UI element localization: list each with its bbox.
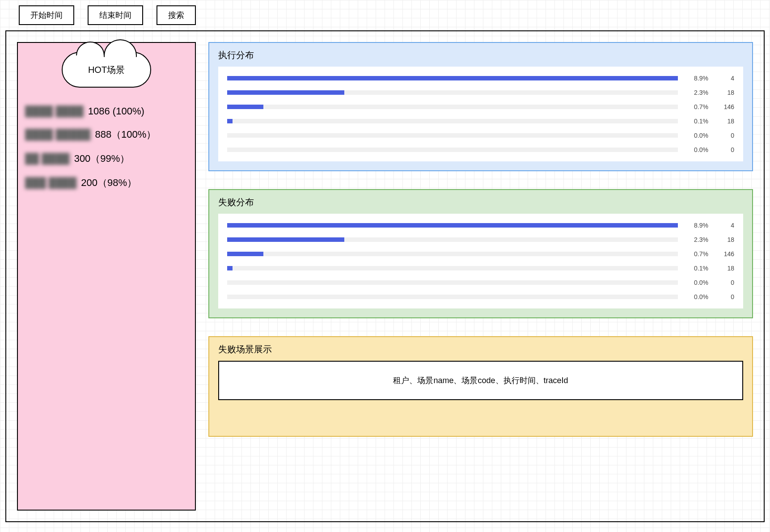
bar-track [227,105,678,109]
toolbar: 开始时间 结束时间 搜索 [5,5,765,30]
bar-count: 18 [716,89,734,96]
hot-scene-name: ████ █████ [25,129,90,140]
bar-row: 8.9%4 [227,220,734,231]
hot-scene-value: 888（100%） [95,128,156,141]
bar-track [227,148,678,152]
bar-percent: 0.0% [686,279,708,286]
hot-scene-item[interactable]: ████ █████888（100%） [25,128,188,141]
bar-track [227,76,678,80]
bar-count: 0 [716,279,734,286]
bar-row: 0.0%0 [227,277,734,288]
hot-scene-item[interactable]: ████ ████1086 (100%) [25,106,188,117]
main-frame: HOT场景 ████ ████1086 (100%)████ █████888（… [5,30,765,522]
execution-panel-title: 执行分布 [218,49,743,61]
bar-row: 0.0%0 [227,144,734,155]
bar-count: 18 [716,265,734,272]
bar-row: 2.3%18 [227,87,734,98]
hot-scene-name: ████ ████ [25,106,84,117]
bar-track [227,237,678,242]
bar-track [227,266,678,270]
bar-row: 0.7%146 [227,101,734,112]
bar-row: 8.9%4 [227,73,734,84]
failure-scene-panel: 失败场景展示 租户、场景name、场景code、执行时间、traceId [208,336,753,437]
bar-count: 0 [716,132,734,139]
bar-track [227,295,678,299]
bar-count: 4 [716,222,734,229]
bar-percent: 0.1% [686,265,708,272]
hot-scene-value: 200（98%） [81,176,137,190]
failure-distribution-panel: 失败分布 8.9%42.3%180.7%1460.1%180.0%00.0%0 [208,189,753,318]
hot-scene-name: ███ ████ [25,177,76,189]
bar-fill [227,237,344,242]
bar-row: 0.7%146 [227,249,734,259]
bar-percent: 0.7% [686,103,708,110]
bar-row: 0.1%18 [227,116,734,127]
hot-scene-value: 1086 (100%) [88,106,144,117]
hot-scene-item[interactable]: ██ ████300（99%） [25,152,188,165]
bar-fill [227,252,263,256]
hot-scene-item[interactable]: ███ ████200（98%） [25,176,188,190]
hot-scene-value: 300（99%） [74,152,130,165]
bar-percent: 8.9% [686,222,708,229]
bar-row: 0.0%0 [227,130,734,141]
bar-track [227,119,678,123]
right-column: 执行分布 8.9%42.3%180.7%1460.1%180.0%00.0%0 … [208,42,753,511]
bar-track [227,252,678,256]
execution-bars: 8.9%42.3%180.7%1460.1%180.0%00.0%0 [218,67,743,161]
bar-percent: 2.3% [686,89,708,96]
bar-percent: 0.7% [686,250,708,258]
bar-percent: 2.3% [686,236,708,243]
bar-count: 0 [716,293,734,300]
bar-row: 2.3%18 [227,234,734,245]
bar-track [227,133,678,138]
failure-scene-row: 租户、场景name、场景code、执行时间、traceId [218,361,743,400]
hot-scene-title-cloud: HOT场景 [62,52,151,88]
bar-fill [227,119,233,123]
bar-count: 18 [716,118,734,125]
bar-track [227,90,678,95]
failure-scene-panel-title: 失败场景展示 [218,343,743,355]
failure-panel-title: 失败分布 [218,196,743,208]
search-button[interactable]: 搜索 [157,5,196,25]
bar-track [227,223,678,228]
bar-percent: 0.1% [686,118,708,125]
bar-percent: 0.0% [686,293,708,300]
start-time-button[interactable]: 开始时间 [19,5,74,25]
bar-count: 4 [716,75,734,82]
hot-scene-sidebar: HOT场景 ████ ████1086 (100%)████ █████888（… [17,42,196,511]
bar-fill [227,76,678,80]
bar-count: 146 [716,250,734,258]
bar-fill [227,266,233,270]
bar-count: 18 [716,236,734,243]
bar-fill [227,90,344,95]
bar-percent: 0.0% [686,146,708,153]
bar-count: 0 [716,146,734,153]
bar-row: 0.0%0 [227,291,734,302]
bar-row: 0.1%18 [227,263,734,274]
execution-distribution-panel: 执行分布 8.9%42.3%180.7%1460.1%180.0%00.0%0 [208,42,753,171]
bar-count: 146 [716,103,734,110]
end-time-button[interactable]: 结束时间 [88,5,143,25]
hot-scene-title: HOT场景 [88,64,125,76]
hot-scene-name: ██ ████ [25,153,70,165]
bar-percent: 8.9% [686,75,708,82]
failure-bars: 8.9%42.3%180.7%1460.1%180.0%00.0%0 [218,214,743,308]
bar-fill [227,223,678,228]
bar-percent: 0.0% [686,132,708,139]
bar-fill [227,105,263,109]
bar-track [227,280,678,285]
